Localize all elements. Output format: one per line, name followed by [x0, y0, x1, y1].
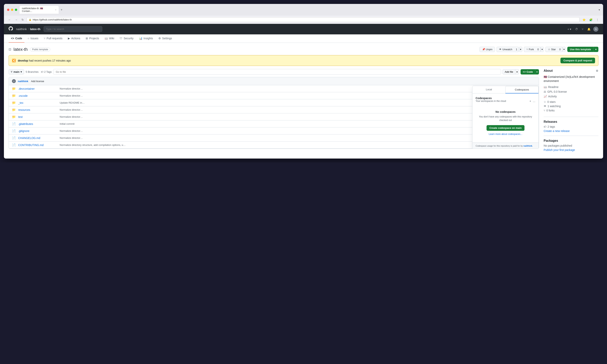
- nav-projects[interactable]: ⊞ Projects: [83, 34, 102, 43]
- repo-type-icon: ⊡: [9, 48, 11, 51]
- nav-code[interactable]: <> Code: [9, 34, 25, 43]
- breadcrumb-repo-link[interactable]: latex-th: [30, 27, 40, 31]
- activity-link[interactable]: 📈 Activity: [544, 95, 598, 98]
- folder-icon: 📁: [12, 94, 16, 98]
- nav-security[interactable]: 🛡 Security: [117, 34, 136, 43]
- create-new-release-link[interactable]: Create a new release: [544, 130, 570, 132]
- address-bar[interactable]: 🔒 https://github.com/naiithink/latex-th: [26, 17, 580, 22]
- nav-wiki[interactable]: 📖 Wiki: [102, 34, 117, 43]
- fork-label: Fork: [529, 48, 534, 51]
- add-file-dropdown[interactable]: ▾: [515, 69, 519, 75]
- readme-link[interactable]: 📖 Readme: [544, 85, 598, 89]
- more-options-button[interactable]: ⋮: [595, 18, 600, 22]
- repo-action-buttons: 📌 Unpin 👁 Unwatch 1 ▾ ⑂ Fork: [479, 47, 598, 52]
- file-name-link[interactable]: .gitignore: [18, 130, 57, 132]
- active-browser-tab[interactable]: naiithink/latex-th: 🇹🇭 Contain… ×: [20, 6, 59, 14]
- refresh-button[interactable]: ↻: [20, 18, 25, 22]
- new-tab-button[interactable]: +: [59, 8, 64, 12]
- codespaces-owner-link[interactable]: naiithink: [524, 145, 532, 147]
- codespaces-more-button[interactable]: …: [533, 100, 535, 103]
- new-item-button[interactable]: + ▾: [566, 27, 572, 31]
- back-button[interactable]: ←: [7, 18, 12, 22]
- learn-more-link[interactable]: Learn more about codespaces...: [475, 133, 535, 135]
- breadcrumb-user-link[interactable]: naiithink: [16, 27, 27, 31]
- timer-button[interactable]: ⏱: [574, 27, 579, 31]
- close-tab-button[interactable]: ×: [55, 9, 56, 11]
- browser-settings-icon[interactable]: ▾: [599, 8, 600, 11]
- github-search: [44, 26, 102, 32]
- close-window-button[interactable]: [7, 9, 9, 11]
- browser-titlebar: naiithink/latex-th: 🇹🇭 Contain… × + ▾: [4, 4, 603, 16]
- extensions-button[interactable]: 🧩: [588, 18, 594, 22]
- file-name-link[interactable]: _tex: [18, 101, 57, 104]
- local-tab[interactable]: Local: [473, 86, 505, 93]
- fork-button[interactable]: ⑂ Fork: [524, 47, 536, 52]
- use-template-dropdown[interactable]: ▾: [594, 47, 598, 52]
- nav-issues[interactable]: ○ Issues: [25, 34, 41, 43]
- file-commit-desc: Initial commit: [60, 122, 536, 125]
- nav-settings[interactable]: ⚙ Settings: [156, 34, 174, 43]
- file-name-link[interactable]: resources: [18, 108, 57, 111]
- forward-button[interactable]: →: [14, 18, 19, 22]
- unpin-button[interactable]: 📌 Unpin: [479, 47, 495, 52]
- add-file-button[interactable]: Add file: [502, 69, 515, 75]
- branch-selector[interactable]: ⑂ main ▾: [9, 69, 24, 75]
- codespaces-content: Codespaces Your workspaces in the cloud …: [473, 93, 539, 143]
- codespaces-subtitle: Your workspaces in the cloud: [475, 100, 506, 103]
- create-codespace-button[interactable]: Create codespace on main: [487, 125, 525, 131]
- about-settings-icon[interactable]: ⚙: [596, 69, 598, 72]
- github-search-input[interactable]: [44, 26, 102, 32]
- notification-button[interactable]: 🔔: [586, 27, 592, 31]
- pr-button[interactable]: ⑂: [581, 27, 584, 31]
- file-name-link[interactable]: .gitattributes: [18, 122, 57, 126]
- code-button[interactable]: <> Code: [521, 69, 535, 75]
- github-header-actions: + ▾ ⏱ ⑂ 🔔 N: [566, 26, 598, 32]
- license-link[interactable]: ⚖ GPL-3.0 license: [544, 90, 598, 93]
- codespaces-add-button[interactable]: +: [529, 100, 531, 103]
- file-name-link[interactable]: .vscode: [18, 94, 57, 97]
- settings-icon: ⚙: [158, 37, 161, 40]
- nav-pull-requests[interactable]: ⑂ Pull requests: [41, 34, 65, 43]
- maximize-window-button[interactable]: [15, 9, 17, 11]
- code-dropdown[interactable]: ▾: [535, 69, 539, 75]
- unwatch-dropdown[interactable]: ▾: [519, 47, 522, 52]
- publish-package-link[interactable]: Publish your first package: [544, 148, 575, 152]
- contributor-name-link[interactable]: naiithink: [18, 80, 28, 83]
- browser-action-buttons: ⭐ 🧩 ⋮: [581, 18, 600, 22]
- file-name-link[interactable]: CHANGELOG.md: [18, 136, 57, 140]
- contributor-avatar: n: [12, 79, 16, 83]
- latest-commit-message: Add license: [31, 80, 44, 83]
- unwatch-button[interactable]: 👁 Unwatch: [497, 47, 515, 52]
- codespaces-empty-desc: You don't have any codespaces with this …: [475, 115, 535, 122]
- go-to-file-search: [53, 69, 501, 75]
- file-row: 📁 resources Normalize director…: [9, 106, 539, 113]
- bookmark-button[interactable]: ⭐: [581, 18, 587, 22]
- file-name-link[interactable]: test: [18, 115, 57, 118]
- unwatch-count: 1: [515, 47, 519, 52]
- branch-name: main: [13, 70, 19, 73]
- folder-icon: 📁: [12, 101, 16, 104]
- compare-pull-request-button[interactable]: Compare & pull request: [560, 58, 595, 63]
- go-to-file-input[interactable]: [53, 69, 501, 75]
- codespaces-tab[interactable]: Codespaces: [505, 86, 539, 93]
- star-dropdown[interactable]: ▾: [562, 47, 566, 52]
- use-template-button[interactable]: Use this template: [567, 47, 594, 52]
- star-button[interactable]: ☆ Star: [545, 47, 558, 52]
- tags-link[interactable]: 🏷 2 Tags: [41, 70, 52, 73]
- file-row: 📁 .vscode Normalize director…: [9, 92, 539, 99]
- file-row: 📁 _tex Update README in…: [9, 99, 539, 106]
- branch-icon: ⑂: [11, 70, 12, 73]
- tag-icon: 🏷: [41, 70, 43, 73]
- file-name-link[interactable]: .devcontainer: [18, 87, 57, 90]
- nav-actions[interactable]: ▶ Actions: [66, 34, 82, 43]
- nav-insights[interactable]: 📊 Insights: [137, 34, 155, 43]
- star-count: 0: [558, 47, 562, 52]
- file-row: 📄 .gitattributes Initial commit: [9, 120, 539, 128]
- minimize-window-button[interactable]: [11, 9, 13, 11]
- forks-icon: ⑂: [544, 109, 545, 112]
- codespaces-footer: Codespace usage for this repository is p…: [473, 143, 539, 149]
- fork-dropdown[interactable]: ▾: [541, 47, 544, 52]
- branches-link[interactable]: 5 Branches: [26, 70, 39, 73]
- user-avatar[interactable]: N: [593, 26, 598, 32]
- file-name-link[interactable]: CONTRIBUTING.md: [18, 143, 57, 147]
